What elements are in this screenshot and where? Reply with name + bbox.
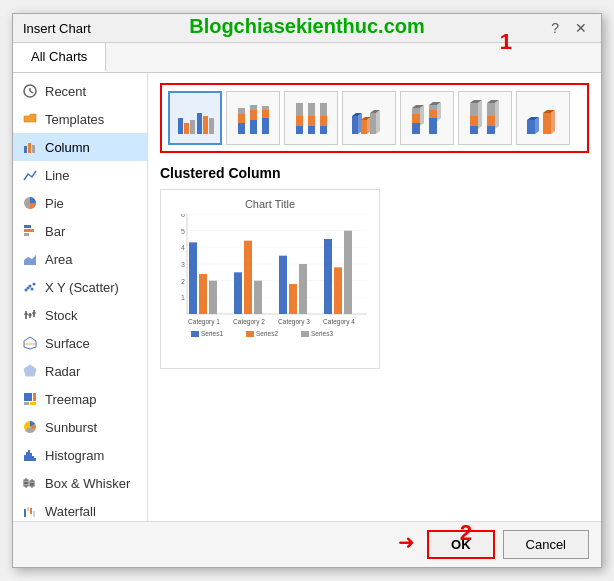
sidebar-item-box-whisker[interactable]: Box & Whisker (13, 469, 147, 497)
radar-chart-icon (21, 362, 39, 380)
selected-chart-label: Clustered Column (160, 165, 589, 181)
insert-chart-dialog: Insert Chart ? ✕ All Charts RecentTempla… (12, 13, 602, 568)
svg-text:Series1: Series1 (201, 330, 223, 337)
chart-type-btn-clustered-column[interactable] (168, 91, 222, 145)
svg-rect-97 (487, 126, 495, 134)
sidebar-item-label-waterfall: Waterfall (45, 504, 96, 519)
svg-rect-92 (470, 126, 478, 134)
svg-rect-134 (324, 239, 332, 314)
svg-rect-26 (33, 393, 36, 401)
svg-rect-82 (412, 123, 420, 134)
sidebar-item-treemap[interactable]: Treemap (13, 385, 147, 413)
sidebar-item-surface[interactable]: Surface (13, 329, 147, 357)
svg-text:4: 4 (181, 244, 185, 251)
svg-line-2 (30, 91, 33, 93)
sidebar-item-bar[interactable]: Bar (13, 217, 147, 245)
svg-rect-135 (334, 267, 342, 314)
svg-rect-54 (209, 118, 214, 134)
stock-chart-icon (21, 306, 39, 324)
svg-text:3: 3 (181, 261, 185, 268)
svg-rect-88 (429, 110, 437, 118)
folder-icon (21, 110, 39, 128)
chart-type-btn-3d-100-stacked-column[interactable] (458, 91, 512, 145)
svg-rect-5 (32, 145, 35, 153)
sidebar-item-line[interactable]: Line (13, 161, 147, 189)
svg-rect-131 (289, 284, 297, 314)
dialog-container: Blogchiasekienthuc.com 1 2 Insert Chart … (12, 13, 602, 568)
dialog-body: RecentTemplatesColumnLinePieBarAreaX Y (… (13, 73, 601, 521)
sidebar-item-waterfall[interactable]: Waterfall (13, 497, 147, 521)
svg-rect-71 (320, 116, 327, 126)
chart-type-btn-3d-column[interactable] (516, 91, 570, 145)
svg-point-15 (31, 288, 34, 291)
svg-rect-105 (543, 113, 551, 134)
svg-rect-57 (238, 108, 245, 114)
svg-rect-34 (32, 456, 34, 461)
sidebar-item-templates[interactable]: Templates (13, 105, 147, 133)
close-button[interactable]: ✕ (571, 20, 591, 36)
chart-render-area: 654321Category 1Category 2Category 3Cate… (169, 214, 371, 347)
svg-rect-124 (209, 281, 217, 314)
svg-rect-25 (24, 393, 32, 401)
pie-chart-icon (21, 194, 39, 212)
svg-rect-59 (250, 110, 257, 120)
svg-marker-96 (478, 100, 482, 129)
svg-rect-79 (370, 113, 376, 134)
sidebar-item-recent[interactable]: Recent (13, 77, 147, 105)
svg-rect-73 (352, 116, 358, 134)
svg-rect-55 (238, 123, 245, 134)
svg-text:Category 1: Category 1 (188, 318, 220, 326)
svg-rect-45 (33, 511, 35, 517)
sidebar-item-histogram[interactable]: Histogram (13, 441, 147, 469)
sidebar-item-pie[interactable]: Pie (13, 189, 147, 217)
svg-rect-69 (308, 103, 315, 116)
svg-rect-76 (361, 120, 367, 134)
histogram-chart-icon (21, 446, 39, 464)
svg-rect-127 (244, 241, 252, 314)
svg-rect-67 (308, 126, 315, 134)
svg-rect-27 (24, 402, 29, 405)
svg-rect-93 (470, 116, 478, 126)
svg-marker-10 (24, 255, 36, 265)
chart-types-row (160, 83, 589, 153)
sidebar-item-label-histogram: Histogram (45, 448, 104, 463)
svg-marker-91 (437, 102, 441, 121)
svg-rect-136 (344, 231, 352, 314)
sidebar-item-label-templates: Templates (45, 112, 104, 127)
sidebar-item-label-column: Column (45, 140, 90, 155)
sidebar-item-label-area: Area (45, 252, 72, 267)
tab-all-charts[interactable]: All Charts (13, 43, 106, 72)
chart-type-btn-100-stacked-column[interactable] (284, 91, 338, 145)
svg-rect-122 (189, 242, 197, 314)
svg-rect-72 (320, 103, 327, 116)
svg-rect-123 (199, 274, 207, 314)
chart-type-btn-3d-stacked-column[interactable] (400, 91, 454, 145)
sidebar-item-sunburst[interactable]: Sunburst (13, 413, 147, 441)
sidebar-item-area[interactable]: Area (13, 245, 147, 273)
help-button[interactable]: ? (547, 20, 563, 36)
svg-rect-33 (30, 453, 32, 461)
sidebar-item-label-sunburst: Sunburst (45, 420, 97, 435)
svg-rect-128 (254, 281, 262, 314)
svg-rect-89 (429, 105, 437, 110)
svg-marker-107 (551, 110, 555, 134)
sidebar-item-xy-scatter[interactable]: X Y (Scatter) (13, 273, 147, 301)
main-content: Clustered Column Chart Title 654321Categ… (148, 73, 601, 521)
sidebar-item-stock[interactable]: Stock (13, 301, 147, 329)
sidebar-item-label-box-whisker: Box & Whisker (45, 476, 130, 491)
chart-type-btn-3d-clustered-column[interactable] (342, 91, 396, 145)
sidebar-item-label-treemap: Treemap (45, 392, 97, 407)
sidebar-item-column[interactable]: Column (13, 133, 147, 161)
svg-rect-31 (26, 452, 28, 461)
chart-type-btn-stacked-column[interactable] (226, 91, 280, 145)
cancel-button[interactable]: Cancel (503, 530, 589, 559)
box-whisker-chart-icon (21, 474, 39, 492)
svg-rect-58 (250, 120, 257, 134)
sidebar-item-radar[interactable]: Radar (13, 357, 147, 385)
ok-button[interactable]: OK (427, 530, 495, 559)
sidebar-item-label-xy-scatter: X Y (Scatter) (45, 280, 119, 295)
svg-text:Category 3: Category 3 (278, 318, 310, 326)
svg-marker-86 (420, 105, 424, 126)
svg-rect-4 (28, 143, 31, 153)
svg-rect-65 (296, 116, 303, 126)
